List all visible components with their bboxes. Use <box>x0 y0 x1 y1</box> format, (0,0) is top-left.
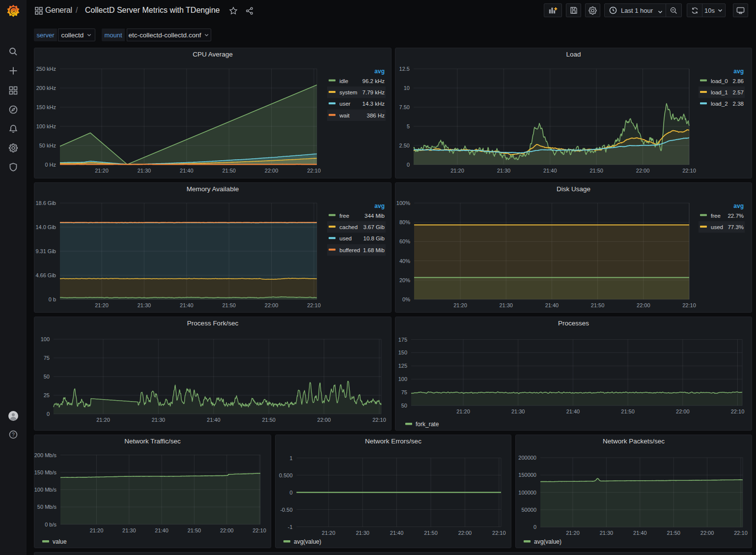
svg-text:21:40: 21:40 <box>180 302 194 308</box>
svg-text:21:20: 21:20 <box>96 417 110 423</box>
svg-text:22:00: 22:00 <box>636 168 650 174</box>
svg-text:21:40: 21:40 <box>566 409 580 414</box>
svg-text:21:40: 21:40 <box>155 527 168 533</box>
svg-text:21:50: 21:50 <box>188 527 201 533</box>
svg-text:21:20: 21:20 <box>90 527 104 533</box>
svg-text:0 Hz: 0 Hz <box>45 162 56 168</box>
svg-text:18.6 Gib: 18.6 Gib <box>35 200 56 206</box>
svg-text:21:50: 21:50 <box>424 530 438 536</box>
svg-text:22:10: 22:10 <box>372 417 386 423</box>
svg-text:free: free <box>339 213 349 219</box>
svg-text:21:20: 21:20 <box>322 530 336 536</box>
svg-text:100: 100 <box>41 336 50 342</box>
svg-text:21:30: 21:30 <box>122 527 136 533</box>
svg-text:1.68 Mib: 1.68 Mib <box>363 247 385 253</box>
svg-text:fork_rate: fork_rate <box>416 421 439 428</box>
svg-text:avg: avg <box>374 203 385 209</box>
svg-text:load_2: load_2 <box>711 101 728 107</box>
svg-text:22.7%: 22.7% <box>728 213 744 219</box>
svg-text:21:40: 21:40 <box>390 530 404 536</box>
svg-text:21:40: 21:40 <box>633 530 647 536</box>
svg-text:21:50: 21:50 <box>667 530 680 536</box>
svg-text:12.5: 12.5 <box>399 66 410 72</box>
svg-text:75: 75 <box>401 389 407 395</box>
svg-text:0: 0 <box>407 162 410 168</box>
svg-text:21:50: 21:50 <box>222 302 236 308</box>
svg-text:22:10: 22:10 <box>682 302 696 308</box>
svg-text:0: 0 <box>47 411 50 417</box>
svg-text:22:10: 22:10 <box>307 302 321 308</box>
svg-text:50000: 50000 <box>521 507 536 513</box>
svg-text:value: value <box>53 538 67 545</box>
svg-text:2.50: 2.50 <box>399 143 410 148</box>
svg-text:100000: 100000 <box>518 490 536 496</box>
svg-text:100%: 100% <box>396 200 410 206</box>
svg-text:21:50: 21:50 <box>621 409 635 414</box>
svg-text:150000: 150000 <box>518 472 536 478</box>
svg-text:avg(value): avg(value) <box>534 538 561 545</box>
svg-text:0: 0 <box>533 524 536 530</box>
svg-text:25: 25 <box>44 392 50 398</box>
svg-text:2.38: 2.38 <box>733 101 744 107</box>
svg-text:4.66 Gib: 4.66 Gib <box>35 272 56 278</box>
svg-text:used: used <box>711 224 723 230</box>
svg-text:avg: avg <box>733 203 744 209</box>
svg-text:21:30: 21:30 <box>138 168 151 174</box>
svg-text:used: used <box>339 235 352 241</box>
svg-text:7.79 kHz: 7.79 kHz <box>363 89 385 95</box>
svg-text:75: 75 <box>44 355 50 361</box>
svg-text:50: 50 <box>401 403 407 409</box>
svg-text:22:10: 22:10 <box>492 530 506 536</box>
svg-text:22:10: 22:10 <box>307 168 321 174</box>
svg-text:22:00: 22:00 <box>700 530 714 536</box>
svg-text:21:20: 21:20 <box>453 302 467 308</box>
svg-text:14.3 kHz: 14.3 kHz <box>363 101 385 107</box>
svg-text:50 Mb/s: 50 Mb/s <box>37 504 57 510</box>
svg-text:system: system <box>339 89 357 95</box>
svg-text:21:30: 21:30 <box>600 530 614 536</box>
svg-text:22:00: 22:00 <box>676 409 690 414</box>
svg-text:22:00: 22:00 <box>265 168 279 174</box>
svg-text:96.2 kHz: 96.2 kHz <box>363 78 385 84</box>
svg-text:200 kHz: 200 kHz <box>36 85 56 91</box>
svg-text:100: 100 <box>398 376 407 382</box>
svg-text:user: user <box>339 101 351 107</box>
svg-text:100 Mb/s: 100 Mb/s <box>34 487 56 493</box>
svg-text:buffered: buffered <box>339 247 360 253</box>
svg-text:3.67 Gib: 3.67 Gib <box>364 224 385 230</box>
svg-text:7.50: 7.50 <box>399 104 410 110</box>
svg-text:cached: cached <box>339 224 358 230</box>
svg-text:40%: 40% <box>399 258 410 264</box>
svg-text:free: free <box>711 213 721 219</box>
svg-text:21:50: 21:50 <box>589 168 603 174</box>
svg-text:-1: -1 <box>288 524 293 530</box>
svg-text:150 Mb/s: 150 Mb/s <box>34 469 56 475</box>
svg-text:0%: 0% <box>402 296 410 302</box>
svg-text:9.31 Gib: 9.31 Gib <box>35 248 56 254</box>
svg-text:21:30: 21:30 <box>356 530 369 536</box>
svg-text:60%: 60% <box>399 238 410 244</box>
svg-text:50 kHz: 50 kHz <box>39 143 56 148</box>
svg-text:2.86: 2.86 <box>733 78 744 84</box>
svg-text:1: 1 <box>289 455 292 461</box>
svg-text:avg: avg <box>374 68 385 75</box>
svg-text:22:00: 22:00 <box>265 302 279 308</box>
svg-text:21:30: 21:30 <box>499 302 513 308</box>
svg-text:22:10: 22:10 <box>734 530 748 536</box>
svg-text:21:40: 21:40 <box>180 168 194 174</box>
svg-text:21:20: 21:20 <box>95 168 109 174</box>
svg-text:0.500: 0.500 <box>279 472 293 478</box>
svg-text:250 kHz: 250 kHz <box>36 66 56 72</box>
svg-text:21:40: 21:40 <box>543 168 557 174</box>
svg-text:load_0: load_0 <box>711 78 728 84</box>
svg-text:77.3%: 77.3% <box>728 224 744 230</box>
svg-text:21:30: 21:30 <box>511 409 525 414</box>
svg-text:avg: avg <box>733 68 744 75</box>
svg-text:21:40: 21:40 <box>207 417 221 423</box>
svg-text:21:20: 21:20 <box>450 168 464 174</box>
svg-text:22:00: 22:00 <box>458 530 472 536</box>
svg-text:22:10: 22:10 <box>731 409 745 414</box>
svg-text:20%: 20% <box>399 277 410 283</box>
svg-text:50: 50 <box>44 374 50 380</box>
svg-text:21:30: 21:30 <box>138 302 151 308</box>
